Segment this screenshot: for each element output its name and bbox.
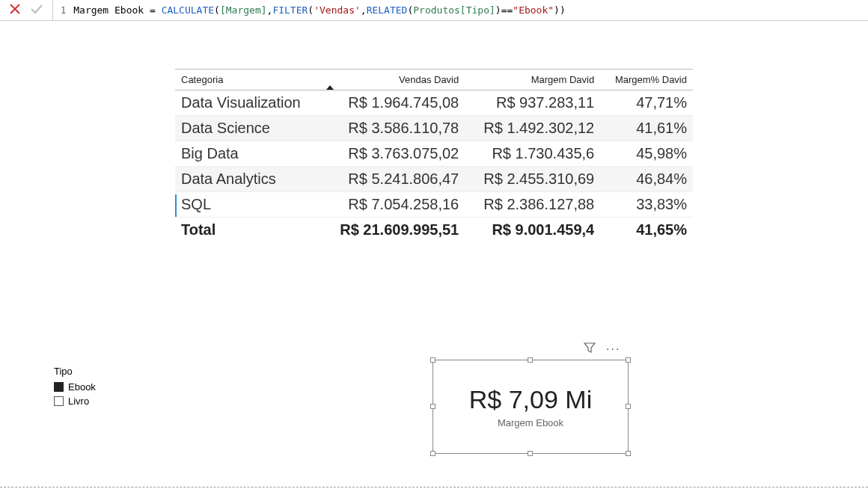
canvas-edge (0, 487, 868, 488)
cell-vendas: R$ 3.763.075,02 (320, 141, 465, 167)
cell-margem: R$ 937.283,11 (465, 90, 600, 116)
resize-handle[interactable] (430, 404, 435, 409)
formula-actions (0, 0, 53, 20)
filter-icon[interactable] (584, 342, 596, 357)
visual-header: ··· (584, 342, 620, 357)
slicer-tipo[interactable]: Tipo Ebook Livro (54, 366, 96, 410)
total-vendas: R$ 21.609.995,51 (320, 218, 465, 243)
cell-categoria: Big Data (175, 141, 320, 167)
paren: ) (560, 4, 566, 16)
fn-filter: FILTER (272, 4, 308, 16)
formula-input[interactable]: Margem Ebook = CALCULATE([Margem],FILTER… (73, 4, 566, 16)
cell-categoria: Data Visualization (175, 90, 320, 116)
paren: ) (495, 4, 501, 16)
col-vendas[interactable]: Vendas David (320, 70, 465, 90)
total-row: Total R$ 21.609.995,51 R$ 9.001.459,4 41… (175, 218, 693, 243)
cell-pct: 46,84% (600, 167, 693, 192)
table-row[interactable]: SQL R$ 7.054.258,16 R$ 2.386.127,88 33,8… (175, 192, 693, 218)
eqeq: == (501, 4, 513, 16)
card-visual[interactable]: R$ 7,09 Mi Margem Ebook (433, 360, 629, 454)
resize-handle[interactable] (430, 451, 435, 456)
cell-vendas: R$ 3.586.110,78 (320, 116, 465, 141)
more-options-icon[interactable]: ··· (606, 342, 620, 356)
cell-margem: R$ 2.386.127,88 (465, 192, 600, 218)
cell-pct: 41,61% (600, 116, 693, 141)
total-label: Total (175, 218, 320, 243)
col-categoria[interactable]: Categoria (175, 70, 320, 90)
slicer-item-label: Livro (68, 396, 89, 407)
equals: = (144, 4, 161, 16)
formula-line-number: 1 (53, 5, 73, 16)
paren: ( (214, 4, 220, 16)
table-visual[interactable]: Categoria Vendas David Margem David Marg… (175, 69, 693, 242)
total-pct: 41,65% (600, 218, 693, 243)
total-margem: R$ 9.001.459,4 (465, 218, 600, 243)
row-cursor (175, 194, 177, 217)
arg-vendas: 'Vendas' (314, 4, 361, 16)
cell-categoria: Data Science (175, 116, 320, 141)
resize-handle[interactable] (528, 357, 533, 363)
resize-handle[interactable] (528, 451, 533, 456)
comma: , (361, 4, 367, 16)
checkbox-icon[interactable] (54, 382, 64, 392)
formula-bar: 1 Margem Ebook = CALCULATE([Margem],FILT… (0, 0, 868, 21)
table-row[interactable]: Data Visualization R$ 1.964.745,08 R$ 93… (175, 90, 693, 116)
slicer-item-livro[interactable]: Livro (54, 396, 96, 407)
card-value: R$ 7,09 Mi (469, 385, 592, 414)
fn-calculate: CALCULATE (162, 4, 214, 16)
arg-produtos-tipo: Produtos[Tipo] (413, 4, 495, 16)
cell-margem: R$ 2.455.310,69 (465, 167, 600, 192)
checkbox-icon[interactable] (54, 396, 64, 406)
cell-vendas: R$ 7.054.258,16 (320, 192, 465, 218)
cancel-icon[interactable] (9, 3, 21, 18)
cell-pct: 33,83% (600, 192, 693, 218)
table-row[interactable]: Data Analytics R$ 5.241.806,47 R$ 2.455.… (175, 167, 693, 192)
col-margem-pct[interactable]: Margem% David (600, 70, 693, 90)
resize-handle[interactable] (626, 404, 631, 409)
cell-margem: R$ 1.730.435,6 (465, 141, 600, 167)
arg-margem: [Margem] (220, 4, 267, 16)
cell-vendas: R$ 1.964.745,08 (320, 90, 465, 116)
str-ebook: "Ebook" (513, 4, 554, 16)
table-row[interactable]: Big Data R$ 3.763.075,02 R$ 1.730.435,6 … (175, 141, 693, 167)
fn-related: RELATED (367, 4, 408, 16)
resize-handle[interactable] (626, 451, 631, 456)
cell-categoria: Data Analytics (175, 167, 320, 192)
resize-handle[interactable] (430, 357, 435, 363)
commit-icon[interactable] (30, 4, 43, 17)
paren: ( (308, 4, 314, 16)
cell-pct: 45,98% (600, 141, 693, 167)
slicer-item-ebook[interactable]: Ebook (54, 381, 96, 393)
cell-margem: R$ 1.492.302,12 (465, 116, 600, 141)
slicer-title: Tipo (54, 366, 96, 377)
cell-categoria: SQL (175, 192, 320, 218)
cell-vendas: R$ 5.241.806,47 (320, 167, 465, 192)
paren: ) (554, 4, 560, 16)
col-margem[interactable]: Margem David (465, 70, 600, 90)
resize-handle[interactable] (626, 357, 631, 363)
slicer-item-label: Ebook (68, 381, 96, 393)
cell-pct: 47,71% (600, 90, 693, 116)
data-table: Categoria Vendas David Margem David Marg… (175, 69, 693, 242)
card-label: Margem Ebook (498, 417, 563, 428)
table-row[interactable]: Data Science R$ 3.586.110,78 R$ 1.492.30… (175, 116, 693, 141)
measure-name: Margem Ebook (73, 4, 144, 16)
